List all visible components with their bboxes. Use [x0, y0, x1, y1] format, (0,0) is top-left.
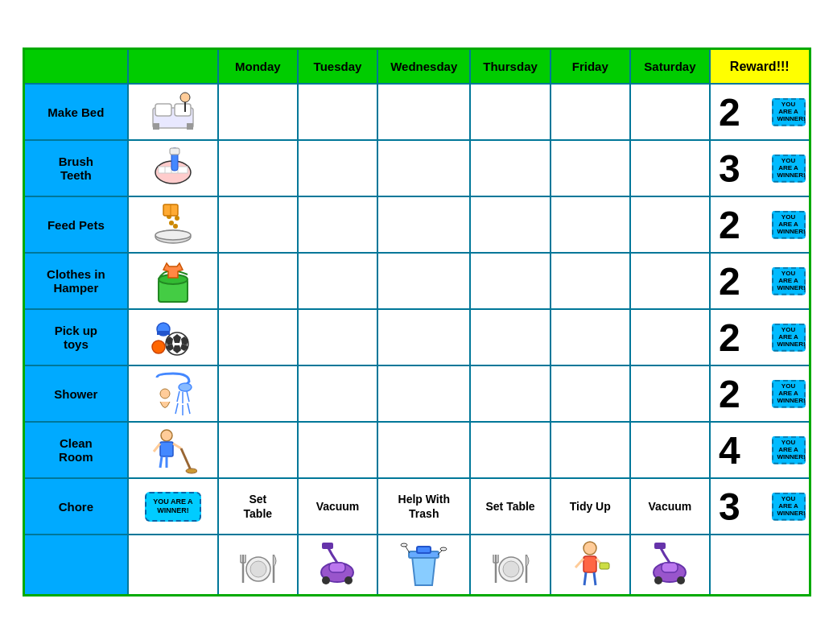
day-sat-make-bed[interactable] [630, 84, 710, 140]
svg-point-20 [173, 224, 178, 229]
day-mon-shower[interactable] [218, 365, 298, 422]
brush-teeth-icon [149, 144, 197, 192]
bottom-icon-row [23, 535, 810, 596]
vacuum-icon-sat [644, 539, 696, 591]
day-thu-pick-up-toys[interactable] [470, 309, 550, 365]
day-sat-shower[interactable] [630, 365, 710, 422]
icon-cell-chore: YOU ARE A WINNER! [128, 478, 218, 535]
day-tue-pick-up-toys[interactable] [298, 309, 377, 365]
day-mon-make-bed[interactable] [218, 84, 298, 140]
table-setting-icon-thu [485, 539, 537, 591]
svg-rect-33 [157, 331, 170, 335]
table-row: Make Bed [23, 84, 810, 140]
table-row: Pick up toys [23, 309, 810, 365]
chore-label-make-bed: Make Bed [23, 84, 128, 140]
day-thu-make-bed[interactable] [470, 84, 550, 140]
header-chore-col [23, 48, 128, 84]
day-fri-chore: Tidy Up [551, 478, 630, 535]
svg-rect-44 [160, 442, 173, 456]
day-sat-clean-room[interactable] [630, 422, 710, 478]
svg-rect-86 [662, 563, 678, 572]
day-sat-pick-up-toys[interactable] [630, 309, 710, 365]
svg-rect-4 [187, 123, 193, 130]
day-sat-feed-pets[interactable] [630, 196, 710, 253]
header-thursday: Thursday [470, 48, 550, 84]
day-wed-brush-teeth[interactable] [377, 140, 470, 196]
day-fri-brush-teeth[interactable] [551, 140, 630, 196]
day-mon-feed-pets[interactable] [218, 196, 298, 253]
svg-line-49 [181, 448, 191, 470]
svg-rect-84 [600, 563, 609, 569]
table-row: Feed Pets [23, 196, 810, 253]
day-fri-pick-up-toys[interactable] [551, 309, 630, 365]
chore-chart: Monday Tuesday Wednesday Thursday Friday… [23, 47, 811, 597]
bottom-label [23, 535, 128, 596]
day-sat-brush-teeth[interactable] [630, 140, 710, 196]
reward-pick-up-toys: 2 YOU ARE A WINNER! [710, 309, 810, 365]
reward-feed-pets: 2 YOU ARE A WINNER! [710, 196, 810, 253]
clean-room-icon [149, 426, 197, 474]
day-wed-shower[interactable] [377, 365, 470, 422]
svg-point-88 [654, 576, 662, 584]
icon-cell-brush-teeth [128, 140, 218, 196]
table-setting-icon-mon [232, 539, 284, 591]
chore-row: Chore YOU ARE A WINNER! Set Table Vacuum… [23, 478, 810, 535]
svg-line-80 [575, 559, 584, 568]
vacuum-icon-tue [311, 539, 364, 591]
day-fri-make-bed[interactable] [551, 84, 630, 140]
svg-point-19 [169, 221, 174, 225]
day-thu-feed-pets[interactable] [470, 196, 550, 253]
day-fri-feed-pets[interactable] [551, 196, 630, 253]
bottom-icon-fri [551, 535, 630, 596]
feed-pets-icon [149, 200, 197, 249]
day-wed-make-bed[interactable] [377, 84, 470, 140]
bottom-reward-empty [710, 535, 810, 596]
day-thu-brush-teeth[interactable] [470, 140, 550, 196]
day-tue-clothes-hamper[interactable] [298, 253, 377, 309]
header-icon-col [128, 48, 218, 84]
day-wed-feed-pets[interactable] [377, 196, 470, 253]
day-tue-brush-teeth[interactable] [298, 140, 377, 196]
day-mon-clean-room[interactable] [218, 422, 298, 478]
chore-label-chore: Chore [23, 478, 128, 535]
day-fri-shower[interactable] [551, 365, 630, 422]
day-mon-pick-up-toys[interactable] [218, 309, 298, 365]
day-tue-clean-room[interactable] [298, 422, 377, 478]
svg-point-71 [503, 561, 519, 577]
day-fri-clean-room[interactable] [551, 422, 630, 478]
header-reward: Reward!!! [710, 48, 810, 84]
svg-line-45 [154, 444, 160, 452]
svg-line-47 [160, 456, 162, 468]
chore-label-clothes-hamper: Clothes in Hamper [23, 253, 128, 309]
icon-cell-shower [128, 365, 218, 422]
ticket-make-bed: YOU ARE A WINNER! [772, 98, 806, 126]
day-thu-clean-room[interactable] [470, 422, 550, 478]
icon-cell-feed-pets [128, 196, 218, 253]
chore-label-pick-up-toys: Pick up toys [23, 309, 128, 365]
day-tue-make-bed[interactable] [298, 84, 377, 140]
trash-icon-wed [398, 539, 450, 591]
day-tue-feed-pets[interactable] [298, 196, 377, 253]
svg-rect-3 [153, 123, 159, 130]
ticket-pick-up-toys: YOU ARE A WINNER! [772, 324, 806, 351]
svg-line-66 [406, 547, 410, 553]
table-row: Clean Room [23, 422, 810, 478]
icon-cell-make-bed [128, 84, 218, 140]
day-thu-clothes-hamper[interactable] [470, 253, 550, 309]
day-thu-shower[interactable] [470, 365, 550, 422]
day-tue-shower[interactable] [298, 365, 377, 422]
day-wed-clean-room[interactable] [377, 422, 470, 478]
svg-point-69 [440, 547, 447, 551]
day-wed-pick-up-toys[interactable] [377, 309, 470, 365]
ticket-shower: YOU ARE A WINNER! [772, 380, 806, 407]
day-sat-clothes-hamper[interactable] [630, 253, 710, 309]
day-fri-clothes-hamper[interactable] [551, 253, 630, 309]
day-mon-brush-teeth[interactable] [218, 140, 298, 196]
svg-line-46 [173, 444, 181, 448]
day-wed-clothes-hamper[interactable] [377, 253, 470, 309]
day-thu-chore: Set Table [470, 478, 550, 535]
icon-cell-pick-up-toys [128, 309, 218, 365]
day-tue-chore: Vacuum [298, 478, 377, 535]
svg-line-83 [594, 572, 596, 585]
day-mon-clothes-hamper[interactable] [218, 253, 298, 309]
